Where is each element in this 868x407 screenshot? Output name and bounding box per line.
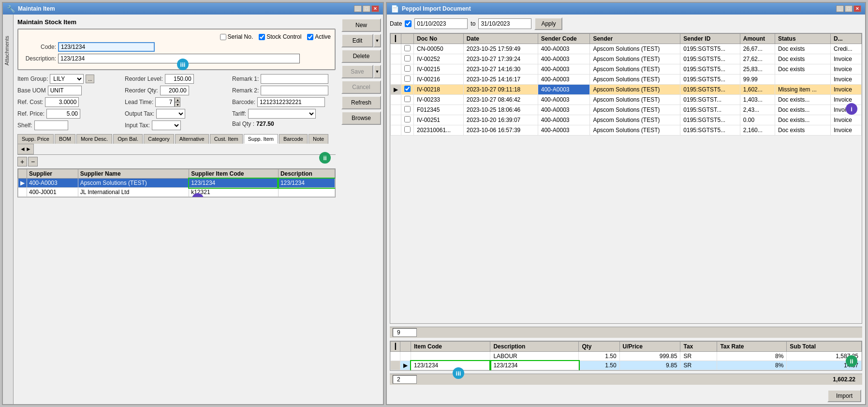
item-group-label: Item Group: xyxy=(17,75,48,82)
attachments-label[interactable]: Attachments xyxy=(3,34,11,67)
table-row[interactable]: 400-J0001 JL International Ltd k12321 xyxy=(18,188,335,197)
reorder-level-input[interactable] xyxy=(165,74,194,84)
tab-cust-item[interactable]: Cust. Item xyxy=(210,134,243,144)
table-row[interactable]: LABOUR 1.50 999.85 SR 8% 1,587.35 xyxy=(391,352,862,361)
main-form-area: Maintain Stock Item Serial No. Stock Con… xyxy=(14,15,339,404)
reorder-qty-input[interactable] xyxy=(160,86,189,95)
table-row[interactable]: ▶ 123/1234 123/1234 1.50 9.85 SR 8% 14.8… xyxy=(391,361,862,370)
items-table: ┃ Item Code Description Qty U/Price Tax … xyxy=(390,341,862,370)
import-button[interactable]: Import xyxy=(827,390,861,402)
output-tax-label: Output Tax: xyxy=(125,110,154,117)
tab-alternative[interactable]: Alternative xyxy=(175,134,209,144)
tab-opn-bal[interactable]: Opn Bal. xyxy=(113,134,143,144)
delete-button[interactable]: Delete xyxy=(341,49,381,63)
peppol-minimize-btn[interactable]: _ xyxy=(836,5,844,12)
col-qty: Qty xyxy=(579,342,619,352)
table-row[interactable]: 202310061... 2023-10-06 16:57:39 400-A00… xyxy=(391,125,862,136)
ref-price-input[interactable] xyxy=(46,109,80,119)
remark1-input[interactable] xyxy=(261,74,328,84)
peppol-window: 📄 Peppol Import Document _ □ ✕ Date to A… xyxy=(386,2,866,405)
code-label: Code: xyxy=(22,44,56,50)
edit-dropdown-btn[interactable]: ▼ xyxy=(373,34,381,47)
bal-qty-field: Bal Qty : 727.50 xyxy=(232,121,336,127)
barcode-input[interactable] xyxy=(257,97,325,107)
table-row[interactable]: IV-00216 2023-10-25 14:16:17 400-A0003 A… xyxy=(391,75,862,85)
save-dropdown-btn[interactable]: ▼ xyxy=(373,65,381,78)
lead-time-down-btn[interactable]: ▼ xyxy=(175,102,180,107)
row-checkbox[interactable] xyxy=(404,65,411,72)
new-button[interactable]: New xyxy=(341,18,381,32)
close-btn[interactable]: ✕ xyxy=(371,5,379,12)
tab-bom[interactable]: BOM xyxy=(55,134,75,144)
lead-time-input[interactable] xyxy=(155,97,175,107)
table-row[interactable]: IV-00215 2023-10-27 14:16:30 400-A0003 A… xyxy=(391,64,862,75)
supplier-code-cell: 123/1234 xyxy=(189,179,279,188)
tab-note[interactable]: Note xyxy=(309,134,328,144)
date-filter-label: Date xyxy=(390,20,402,27)
row-checkbox[interactable] xyxy=(404,86,411,92)
col-doc-no: Doc No xyxy=(414,34,464,44)
base-uom-input[interactable] xyxy=(48,86,82,95)
tab-more-desc[interactable]: More Desc. xyxy=(76,134,112,144)
table-row[interactable]: ▶ IV-00218 2023-10-27 09:11:18 400-A0003… xyxy=(391,85,862,95)
tax-cell: SR xyxy=(680,361,717,370)
ref-price-label: Ref. Price: xyxy=(17,110,44,117)
stock-control-checkbox[interactable] xyxy=(259,34,265,40)
maximize-btn[interactable]: □ xyxy=(363,5,370,12)
apply-button[interactable]: Apply xyxy=(534,17,562,30)
browse-button[interactable]: Browse xyxy=(341,111,381,125)
row-checkbox[interactable] xyxy=(404,55,411,61)
row-checkbox[interactable] xyxy=(404,45,411,51)
peppol-close-btn[interactable]: ✕ xyxy=(853,5,861,12)
remove-row-btn[interactable]: − xyxy=(28,157,38,166)
tab-supp-item[interactable]: Supp. Item xyxy=(244,134,278,144)
ref-cost-input[interactable] xyxy=(45,97,79,107)
row-checkbox[interactable] xyxy=(404,75,411,82)
row-checkbox[interactable] xyxy=(404,116,411,122)
item-group-select[interactable]: LILY xyxy=(50,74,84,84)
minimize-btn[interactable]: _ xyxy=(354,5,362,12)
remark2-input[interactable] xyxy=(261,86,328,95)
amount-cell: 25,83... xyxy=(740,64,775,75)
table-row[interactable]: IV-00233 2023-10-27 08:46:42 400-A0003 A… xyxy=(391,95,862,105)
tab-more-btn[interactable]: ◄► xyxy=(17,144,34,154)
tab-supp-price[interactable]: Supp. Price xyxy=(17,134,54,144)
tab-barcode[interactable]: Barcode xyxy=(279,134,308,144)
table-row[interactable]: F012345 2023-10-25 18:06:46 400-A0003 Ap… xyxy=(391,105,862,115)
doc-no-cell: F012345 xyxy=(414,105,464,115)
row-checkbox[interactable] xyxy=(404,96,411,102)
active-checkbox[interactable] xyxy=(307,34,313,40)
output-tax-select[interactable] xyxy=(156,109,185,119)
add-row-btn[interactable]: + xyxy=(17,157,27,166)
col-arrow-header xyxy=(400,342,411,352)
row-checkbox[interactable] xyxy=(404,126,411,133)
col-sub-total: Sub Total xyxy=(787,342,862,352)
sender-code-cell: 400-A0003 xyxy=(538,125,590,136)
code-input[interactable] xyxy=(58,42,155,52)
date-from-input[interactable] xyxy=(414,18,468,29)
input-tax-select[interactable] xyxy=(152,121,181,130)
shelf-input[interactable] xyxy=(34,121,68,130)
desc-input[interactable] xyxy=(58,54,300,63)
table-row[interactable]: IV-00251 2023-10-20 16:39:07 400-A0003 A… xyxy=(391,115,862,125)
refresh-button[interactable]: Refresh xyxy=(341,96,381,109)
date-to-input[interactable] xyxy=(478,18,531,29)
row-handle xyxy=(391,64,401,75)
table-row[interactable]: CN-00050 2023-10-25 17:59:49 400-A0003 A… xyxy=(391,44,862,54)
tab-category[interactable]: Category xyxy=(144,134,174,144)
save-button[interactable]: Save xyxy=(341,65,373,78)
tax-rate-cell: 8% xyxy=(717,352,787,361)
lead-time-up-btn[interactable]: ▲ xyxy=(175,97,180,102)
serial-no-checkbox[interactable] xyxy=(220,34,226,40)
peppol-maximize-btn[interactable]: □ xyxy=(845,5,853,12)
row-checkbox[interactable] xyxy=(404,106,411,112)
item-group-browse-btn[interactable]: ... xyxy=(86,75,94,83)
cancel-button[interactable]: Cancel xyxy=(341,80,381,94)
tariff-select[interactable] xyxy=(248,109,316,119)
date-from-checkbox[interactable] xyxy=(405,20,412,27)
documents-table: ┃ Doc No Date Sender Code Sender Sender … xyxy=(390,33,862,136)
table-row[interactable]: ▶ 400-A0003 Apscom Solutions (TEST) 123/… xyxy=(18,179,335,188)
bal-qty-value: 727.50 xyxy=(256,121,274,127)
table-row[interactable]: IV-00252 2023-10-27 17:39:24 400-A0003 A… xyxy=(391,54,862,64)
edit-button[interactable]: Edit xyxy=(341,34,373,47)
